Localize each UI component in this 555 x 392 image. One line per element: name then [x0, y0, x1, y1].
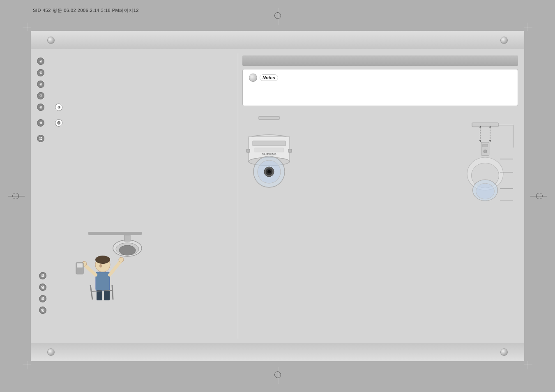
screw-bottom-left [47, 348, 55, 356]
right-diagram-svg [452, 114, 518, 233]
items-row-10-11: ⑩ ⑪ [37, 119, 232, 131]
svg-rect-24 [255, 148, 283, 152]
badge-9: ⑨ [55, 104, 62, 111]
notes-box: Notes [242, 69, 518, 106]
svg-rect-34 [288, 149, 292, 152]
badge-8: ⑧ [37, 104, 44, 111]
list-item-10: ⑩ [37, 119, 47, 127]
screw-bottom-right [500, 348, 508, 356]
svg-point-46 [484, 150, 487, 153]
list-item-15: ⑮ [39, 295, 49, 302]
svg-point-32 [267, 170, 271, 173]
svg-point-3 [119, 245, 136, 255]
badge-4: ④ [37, 58, 44, 65]
list-item-11: ⑪ [55, 119, 65, 127]
badge-7: ⑦ [37, 92, 44, 99]
top-bar [31, 31, 524, 49]
badge-11: ⑪ [55, 119, 62, 127]
center-diagram-svg: SAMSUNG ⟳ [242, 114, 296, 192]
badge-16: ⑯ [39, 307, 46, 314]
main-area: ④ ⑤ ⑥ ⑦ ⑧ ⑨ ⑩ [31, 31, 524, 361]
screw-top-left [47, 37, 55, 44]
crosshair-bottom [274, 367, 282, 384]
right-top-bar [242, 55, 518, 66]
list-item-9: ⑨ [55, 104, 65, 111]
list-item-16: ⑯ [39, 307, 49, 314]
list-item-8: ⑧ [37, 104, 47, 111]
content-area: ④ ⑤ ⑥ ⑦ ⑧ ⑨ ⑩ [31, 49, 524, 343]
svg-rect-0 [88, 232, 142, 235]
crosshair-left [8, 192, 25, 200]
svg-line-17 [90, 285, 92, 300]
crosshair-right [530, 192, 547, 200]
svg-line-7 [84, 265, 96, 275]
list-item-4: ④ [37, 58, 232, 65]
notes-header: Notes [249, 74, 511, 82]
crosshair-top [274, 8, 282, 25]
svg-rect-11 [97, 290, 102, 300]
list-item-14: ⑭ [39, 284, 49, 291]
right-panel: Notes [238, 49, 524, 343]
badge-15: ⑮ [39, 295, 46, 302]
bottom-bar [31, 343, 524, 361]
camera-installation-illustration [64, 228, 146, 302]
notes-label: Notes [260, 74, 278, 81]
list-item-13: ⑬ [39, 272, 49, 279]
bottom-items: ⑬ ⑭ ⑮ ⑯ [39, 272, 49, 318]
svg-marker-39 [489, 140, 491, 142]
badge-6: ⑥ [37, 81, 44, 88]
svg-rect-23 [253, 141, 286, 146]
list-item-7: ⑦ [37, 92, 232, 99]
diagrams-row: SAMSUNG ⟳ [242, 114, 518, 233]
badge-5: ⑤ [37, 69, 44, 76]
svg-rect-33 [246, 149, 250, 152]
svg-rect-4 [124, 235, 130, 241]
header-text: SID-452-영문-06.02 2006.2.14 3:18 PM페이지12 [33, 7, 139, 14]
svg-text:SAMSUNG: SAMSUNG [262, 153, 276, 156]
svg-rect-6 [96, 272, 110, 291]
right-diagram [452, 114, 518, 233]
list-item-12: ⑫ [37, 135, 232, 142]
center-diagram: SAMSUNG ⟳ [242, 114, 296, 233]
svg-line-8 [110, 261, 121, 275]
notes-icon [249, 74, 257, 82]
svg-rect-45 [483, 144, 488, 147]
items-row-8-9: ⑧ ⑨ [37, 104, 232, 115]
svg-rect-20 [259, 116, 279, 120]
list-item-5: ⑤ [37, 69, 232, 76]
svg-rect-35 [472, 123, 498, 127]
svg-line-18 [112, 285, 113, 300]
svg-rect-14 [77, 263, 83, 267]
svg-point-16 [99, 264, 102, 267]
badge-14: ⑭ [39, 284, 46, 291]
badge-13: ⑬ [39, 272, 46, 279]
svg-marker-38 [479, 140, 481, 142]
notes-content [249, 85, 511, 101]
svg-point-50 [476, 183, 495, 199]
screw-top-right [500, 37, 508, 44]
svg-point-15 [95, 256, 110, 264]
badge-12: ⑫ [37, 135, 44, 142]
svg-rect-12 [104, 290, 110, 300]
left-panel: ④ ⑤ ⑥ ⑦ ⑧ ⑨ ⑩ [31, 49, 238, 343]
installation-svg [64, 228, 146, 302]
list-item-6: ⑥ [37, 81, 232, 88]
svg-point-9 [119, 257, 124, 262]
badge-10: ⑩ [37, 119, 44, 127]
